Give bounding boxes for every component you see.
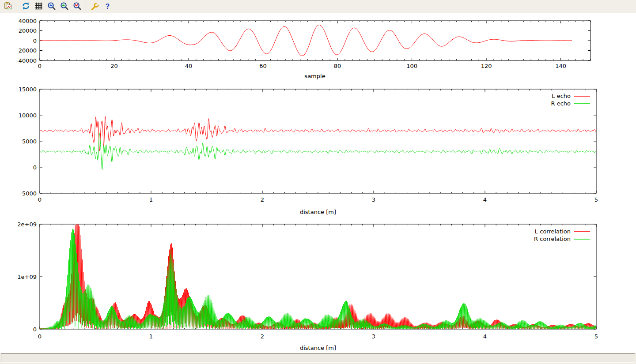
toolbar: ? — [0, 0, 636, 13]
x-axis-label: sample — [304, 73, 325, 79]
question-mark-icon: ? — [106, 3, 110, 10]
curve-pulse — [40, 25, 572, 56]
x-tick-label: 5 — [594, 333, 598, 340]
x-tick-label: 3 — [372, 196, 375, 203]
x-tick-label: 0 — [38, 196, 42, 203]
curve-r-echo — [40, 134, 596, 170]
x-tick-label: 0 — [38, 63, 42, 69]
x-tick-label: 2 — [261, 196, 264, 203]
x-tick-label: 40 — [185, 63, 193, 69]
legend-label: L echo — [552, 93, 571, 99]
grid-toggle-button[interactable] — [33, 1, 45, 12]
x-tick-label: 120 — [481, 63, 492, 69]
refresh-arrows-icon — [22, 2, 30, 11]
plot-frame — [40, 89, 596, 193]
y-tick-label: 0 — [33, 164, 37, 171]
magnifier-plot-icon — [73, 2, 81, 11]
gnuplot-window: ? 020406080100120140-40000-2000002000040… — [0, 0, 636, 364]
status-bar — [1, 353, 635, 363]
x-tick-label: 20 — [110, 63, 118, 69]
x-tick-label: 1 — [149, 333, 153, 340]
y-tick-label: 20000 — [19, 27, 37, 34]
x-tick-label: 3 — [372, 333, 375, 340]
x-tick-label: 4 — [483, 333, 487, 340]
apply-zoom-button[interactable] — [71, 1, 83, 12]
x-tick-label: 80 — [334, 63, 341, 69]
curve-r-correlation — [40, 229, 596, 329]
curve-l-echo — [40, 116, 596, 151]
magnifier-right-arrow-icon — [60, 2, 68, 11]
help-button[interactable]: ? — [102, 1, 114, 12]
y-tick-label: 0 — [33, 38, 37, 44]
plot-frame — [40, 224, 596, 329]
plot-area: 020406080100120140-40000-200000200004000… — [0, 13, 636, 353]
y-tick-label: 10000 — [19, 112, 37, 119]
legend-label: R correlation — [534, 236, 571, 242]
magnifier-left-arrow-icon — [47, 2, 56, 11]
plot-canvas[interactable]: 020406080100120140-40000-200000200004000… — [0, 13, 636, 353]
legend-label: L correlation — [535, 228, 571, 235]
zoom-previous-button[interactable] — [45, 1, 57, 12]
clipboard-chart-icon — [4, 2, 12, 11]
y-tick-label: 1e+09 — [17, 274, 37, 280]
y-tick-label: 5000 — [22, 138, 37, 145]
y-tick-label: 40000 — [19, 18, 37, 24]
y-tick-label: 2e+09 — [17, 221, 37, 228]
x-tick-label: 0 — [38, 333, 42, 340]
y-tick-label: 15000 — [19, 86, 37, 93]
toolbar-separator — [86, 2, 86, 11]
x-tick-label: 2 — [261, 333, 264, 340]
zoom-next-button[interactable] — [58, 1, 70, 12]
toolbar-separator — [17, 2, 17, 11]
configure-button[interactable] — [89, 1, 101, 12]
x-axis-label: distance [m] — [300, 345, 336, 351]
x-tick-label: 5 — [594, 196, 598, 203]
x-tick-label: 1 — [149, 196, 153, 203]
x-axis-label: distance [m] — [300, 209, 336, 215]
y-tick-label: 0 — [33, 326, 37, 333]
plot-frame — [40, 21, 591, 60]
x-tick-label: 60 — [259, 63, 267, 69]
y-tick-label: -40000 — [16, 57, 37, 64]
grid-icon — [34, 2, 43, 11]
curve-l-correlation — [40, 225, 596, 329]
x-tick-label: 100 — [406, 63, 417, 69]
x-tick-label: 4 — [483, 196, 487, 203]
copy-plot-button[interactable] — [2, 1, 14, 12]
wrench-icon — [91, 2, 99, 11]
y-tick-label: -5000 — [20, 190, 37, 197]
legend-label: R echo — [551, 100, 571, 107]
replot-button[interactable] — [20, 1, 32, 12]
x-tick-label: 140 — [555, 63, 566, 69]
y-tick-label: -20000 — [16, 47, 37, 54]
